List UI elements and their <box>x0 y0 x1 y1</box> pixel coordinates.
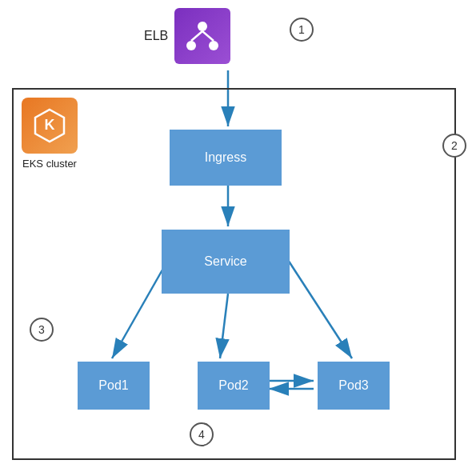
badge-2: 2 <box>442 134 466 158</box>
badge-4: 4 <box>190 422 214 446</box>
svg-point-10 <box>186 41 196 50</box>
pod2-label: Pod2 <box>218 378 248 393</box>
ingress-label: Ingress <box>205 150 246 165</box>
svg-point-11 <box>209 41 218 50</box>
diagram-container: ELB 1 K EKS cluster <box>0 0 468 476</box>
pod3-box: Pod3 <box>318 362 390 410</box>
elb-label: ELB <box>144 29 168 43</box>
eks-cluster-box: K EKS cluster 2 3 4 Ingress Service Pod1… <box>12 88 456 460</box>
pod1-box: Pod1 <box>78 362 150 410</box>
eks-icon: K <box>22 98 78 154</box>
badge-1: 1 <box>290 18 314 42</box>
svg-line-13 <box>202 31 214 41</box>
svg-point-9 <box>198 22 207 31</box>
eks-label: EKS cluster <box>22 158 77 170</box>
pod2-box: Pod2 <box>198 362 270 410</box>
ingress-box: Ingress <box>170 130 282 186</box>
service-box: Service <box>162 230 290 294</box>
elb-area: ELB <box>144 8 230 64</box>
pod3-label: Pod3 <box>338 378 368 393</box>
eks-icon-area: K EKS cluster <box>22 98 78 170</box>
badge-3: 3 <box>30 318 54 342</box>
pod1-label: Pod1 <box>98 378 128 393</box>
svg-line-12 <box>191 31 202 41</box>
elb-icon <box>174 8 230 64</box>
svg-text:K: K <box>45 117 55 133</box>
service-label: Service <box>204 254 246 269</box>
